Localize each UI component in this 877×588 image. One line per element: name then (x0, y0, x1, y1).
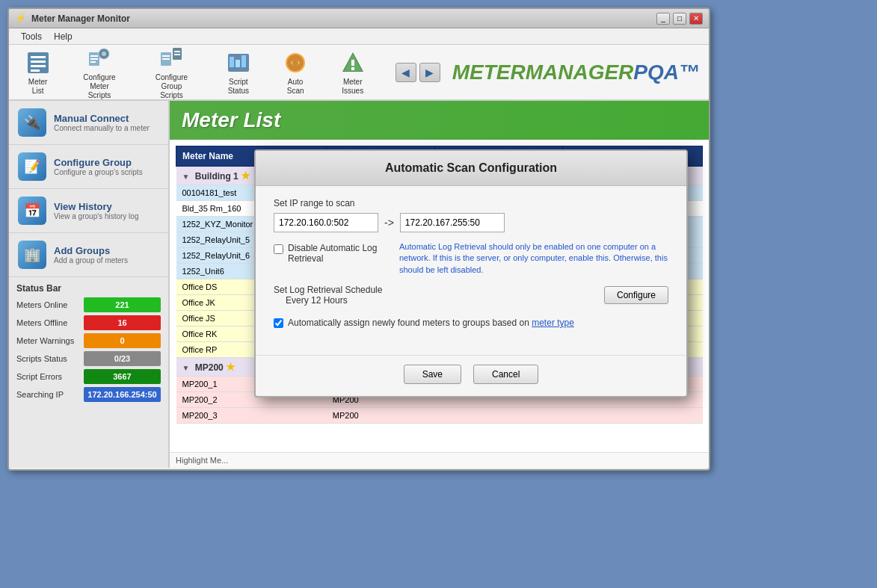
schedule-row: Set Log Retrieval Schedule Every 12 Hour… (274, 285, 668, 306)
disable-auto-log-checkbox[interactable] (274, 244, 283, 254)
dialog-overlay: Automatic Scan Configuration Set IP rang… (0, 0, 877, 588)
save-button[interactable]: Save (404, 365, 461, 384)
schedule-label: Set Log Retrieval Schedule (274, 285, 382, 295)
disable-note-text: Automatic Log Retrieval should only be e… (399, 241, 668, 276)
ip-range-label: Set IP range to scan (274, 198, 668, 208)
configure-button[interactable]: Configure (604, 286, 668, 304)
auto-scan-dialog: Automatic Scan Configuration Set IP rang… (254, 149, 688, 397)
cancel-button[interactable]: Cancel (473, 365, 538, 384)
auto-assign-checkbox[interactable] (274, 318, 283, 328)
meter-type-link[interactable]: meter type (532, 318, 574, 328)
auto-assign-row: Automatically assign newly found meters … (274, 318, 668, 328)
ip-range-row: -> (274, 213, 668, 232)
dialog-footer: Save Cancel (256, 355, 686, 396)
schedule-value: Every 12 Hours (274, 295, 348, 306)
ip-from-input[interactable] (274, 213, 378, 232)
disable-checkbox-col: Disable Automatic Log Retrieval (274, 243, 393, 264)
disable-retrieval-row: Disable Automatic Log Retrieval Automati… (274, 241, 668, 276)
auto-assign-label[interactable]: Automatically assign newly found meters … (288, 318, 574, 328)
ip-to-input[interactable] (400, 213, 505, 232)
dialog-body: Set IP range to scan -> Disable Automati… (256, 186, 686, 355)
dialog-title: Automatic Scan Configuration (256, 151, 686, 186)
disable-auto-log-label[interactable]: Disable Automatic Log Retrieval (288, 243, 393, 264)
ip-arrow: -> (384, 217, 394, 229)
schedule-labels: Set Log Retrieval Schedule Every 12 Hour… (274, 285, 382, 306)
